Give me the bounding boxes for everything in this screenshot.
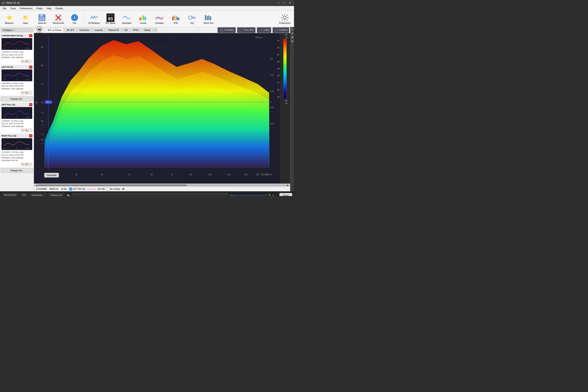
kill-item[interactable]: kill (20, 193, 28, 196)
generator-button[interactable]: Generator (119, 12, 134, 26)
meas-3-more-button[interactable]: ⋮ (29, 128, 32, 132)
open-button[interactable]: 📁 Open (18, 12, 33, 26)
bit-depth-value: 16 Bit (61, 188, 66, 190)
overlays-button[interactable]: Overlays (152, 12, 167, 26)
meas-3-remove-button[interactable]: ✕ (29, 103, 32, 106)
eth-icon[interactable]: ⟡ (272, 194, 274, 196)
meas-4-color-button[interactable]: 🎨 (25, 163, 28, 166)
bookmarks-item[interactable]: bookmarks... (29, 193, 46, 196)
meas-4-more-button[interactable]: ⋮ (29, 163, 32, 166)
close-button[interactable]: ✕ (288, 1, 292, 5)
meas-4-edit-button[interactable]: ✏ (21, 163, 24, 166)
edge-btn-1[interactable]: ▲ (291, 28, 294, 31)
svg-text:80: 80 (41, 64, 44, 67)
support-link[interactable]: Want to support the Peace project? (230, 194, 267, 196)
scrollbar-thumb[interactable] (38, 184, 187, 186)
meas-2-more-button[interactable]: ⋮ (29, 91, 32, 94)
tab-gd[interactable]: GD (122, 28, 130, 32)
menu-help[interactable]: Help (45, 7, 53, 10)
incognito-item[interactable]: INCOGNITO (2, 193, 18, 196)
svg-rect-21 (205, 15, 206, 20)
menu-preferences[interactable]: Preferences (18, 7, 34, 10)
spl-meter-button[interactable]: dB SPL 83 SPL Meter (103, 12, 118, 26)
taskbar-input[interactable] (72, 193, 228, 196)
remove-all-button[interactable]: Remove All (51, 12, 66, 26)
tab-distortion[interactable]: Distortion (77, 28, 92, 32)
meas-4-name: RIGHT FULL EQ (2, 135, 29, 137)
change-cal-button-2[interactable]: Change Cal... (1, 168, 33, 173)
meas-1-edit-button[interactable]: ✏ (21, 60, 24, 63)
preferences-button[interactable]: Preferences (277, 12, 292, 26)
graph-scrollbar[interactable]: ◀ ▶ (34, 184, 290, 186)
edge-btn-2[interactable]: ▼ (291, 32, 294, 35)
eq-button[interactable]: EQ EQ (184, 12, 200, 26)
tab-spl-phase[interactable]: SPL & Phase (45, 28, 64, 32)
svg-text:300: 300 (270, 122, 274, 125)
meas-2-remove-button[interactable]: ✕ (29, 66, 32, 68)
scroll-left-button[interactable]: ◀ (35, 184, 38, 187)
tab-clarity[interactable]: Clarity (142, 28, 153, 32)
meas-3-color-button[interactable]: 🎨 (25, 128, 28, 132)
tab-all-spl[interactable]: All SPL (64, 28, 77, 32)
overlay-checkbox[interactable] (106, 188, 109, 190)
content-area: 📷 Capture SPL & Phase All SPL Distortion… (34, 27, 290, 191)
maximize-button[interactable]: □ (282, 1, 287, 5)
minimize-button[interactable]: ─ (276, 1, 281, 5)
save-all-label: Save All (38, 22, 46, 24)
bitcoin-icon[interactable]: ₿ (269, 194, 270, 196)
menu-donate[interactable]: Donate (54, 7, 65, 10)
meas-2-edit-button[interactable]: ✏ (21, 91, 24, 94)
menu-file[interactable]: File (1, 7, 8, 10)
sample-rate-value: 48000 Hz (49, 188, 58, 190)
rta-button[interactable]: RTA (168, 12, 183, 26)
meas-2-color-button[interactable]: 🎨 (25, 91, 28, 94)
generate-button[interactable]: Generate (44, 173, 59, 178)
measurement-checkbox[interactable] (69, 188, 72, 190)
meas-4-header: RIGHT FULL EQ ✕ (1, 134, 33, 138)
measurement-item-1: CARVER RIGHT NO EQ ✕ 20 20.0k S CARVER L… (0, 33, 34, 64)
info-button[interactable]: i Info (67, 12, 82, 26)
collapse-button[interactable]: Collapse « (1, 28, 33, 32)
freq-axis-button[interactable]: Freq. Axis (237, 27, 255, 33)
scrollbar-track[interactable] (38, 184, 286, 186)
menu-tools[interactable]: Tools (8, 7, 18, 10)
change-cal-button-1[interactable]: Change Cal... (1, 97, 33, 101)
menu-graph[interactable]: Graph (34, 7, 45, 10)
room-sim-button[interactable]: Room Sim (201, 12, 216, 26)
tab-rt60[interactable]: RT60 (130, 28, 141, 32)
edge-btn-3[interactable]: ◀ (291, 36, 294, 39)
scroll-right-button[interactable]: ▶ (286, 184, 289, 187)
levels-button[interactable]: Levels (136, 12, 151, 26)
limits-button[interactable]: Limits (257, 27, 271, 33)
save-all-button[interactable]: Save All (34, 12, 50, 26)
chrome-item[interactable]: chrome.cmd (48, 193, 64, 196)
svg-text:20.0k: 20.0k (26, 116, 30, 118)
done-button[interactable]: Done (280, 193, 292, 196)
capture-button[interactable]: 📷 Capture (35, 26, 44, 34)
graph-canvas[interactable]: 90 80 70 60 50 40 dB 300ms (34, 33, 280, 184)
ir-windows-button[interactable]: IR Windows (86, 12, 102, 26)
svg-text:dB: dB (35, 101, 38, 104)
preferences-label: Preferences (279, 22, 290, 24)
svg-text:20.0k: 20.0k (26, 148, 30, 149)
tab-more-button[interactable]: » (153, 28, 158, 32)
svg-point-19 (188, 16, 192, 19)
info-icon: i (70, 13, 79, 22)
meas-4-remove-button[interactable]: ✕ (29, 134, 32, 137)
paypal-icon[interactable]: 𝐏 (276, 194, 278, 196)
measure-button[interactable]: ⭐ Measure (2, 12, 17, 26)
meas-1-remove-button[interactable]: ✕ (29, 34, 32, 37)
tab-impulse[interactable]: Impulse (92, 28, 106, 32)
open-label: Open (23, 22, 28, 24)
controls-button[interactable]: Controls (272, 27, 289, 33)
tab-filtered-ir[interactable]: Filtered IR (106, 28, 122, 32)
meas-1-more-button[interactable]: ⋮ (29, 60, 32, 63)
edge-btn-4[interactable]: ▶ (291, 40, 294, 42)
meas-3-edit-button[interactable]: ✏ (21, 128, 24, 132)
svg-point-55 (275, 30, 276, 31)
svg-text:40: 40 (100, 174, 103, 176)
svg-text:S: S (16, 48, 17, 49)
scrollbars-button[interactable]: Scrollbars (218, 27, 236, 33)
svg-text:20: 20 (4, 48, 6, 49)
meas-1-color-button[interactable]: 🎨 (25, 60, 28, 63)
